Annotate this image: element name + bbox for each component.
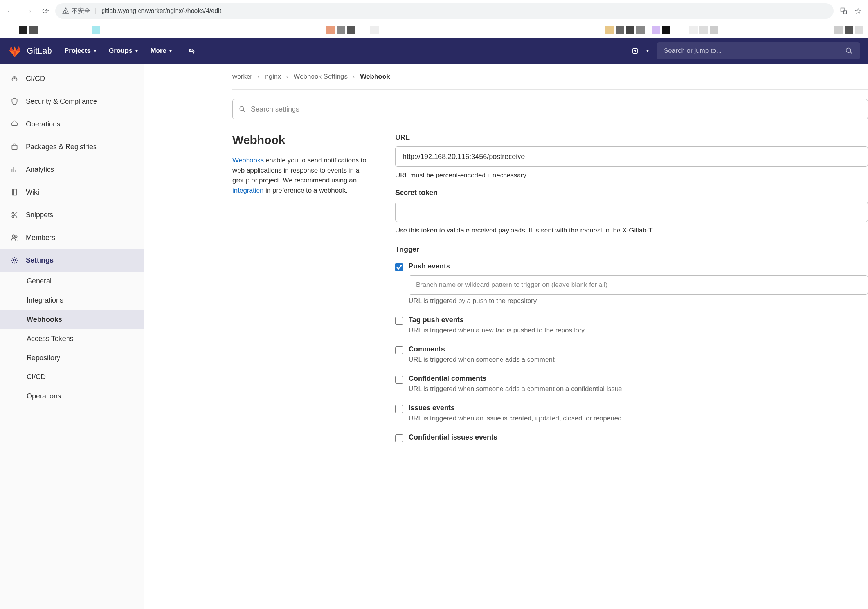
token-help: Use this token to validate received payl… <box>395 227 868 234</box>
nav-projects[interactable]: Projects ▾ <box>65 47 96 55</box>
nav-groups[interactable]: Groups ▾ <box>109 47 138 55</box>
svg-point-7 <box>846 48 851 53</box>
chart-icon <box>10 165 19 174</box>
chevron-down-icon: ▾ <box>169 48 172 54</box>
main-content: worker › nginx › Webhook Settings › Webh… <box>144 64 868 609</box>
svg-line-24 <box>243 110 245 112</box>
package-icon <box>10 142 19 151</box>
cloud-icon <box>10 120 19 128</box>
sidebar-sub-operations[interactable]: Operations <box>0 387 144 406</box>
search-settings <box>232 99 868 119</box>
sidebar-sub-webhooks[interactable]: Webhooks <box>0 310 144 329</box>
chevron-down-icon: ▾ <box>135 48 138 54</box>
chevron-down-icon: ▾ <box>94 48 96 54</box>
svg-point-1 <box>65 12 66 13</box>
book-icon <box>10 188 19 196</box>
header-search[interactable]: Search or jump to... <box>657 42 860 59</box>
search-icon <box>845 47 853 55</box>
nav-more[interactable]: More ▾ <box>150 47 172 55</box>
insecure-label: 不安全 <box>72 7 90 15</box>
search-placeholder: Search or jump to... <box>664 47 841 55</box>
chevron-down-icon[interactable]: ▾ <box>646 48 649 54</box>
tag-push-title: Tag push events <box>409 316 868 324</box>
sidebar: CI/CD Security & Compliance Operations P… <box>0 64 144 609</box>
search-icon <box>239 106 246 113</box>
url-help: URL must be percent-encoded if neccessar… <box>395 171 868 179</box>
sidebar-item-security[interactable]: Security & Compliance <box>0 90 144 113</box>
gitlab-logo[interactable]: GitLab <box>8 44 52 58</box>
sidebar-item-settings[interactable]: Settings <box>0 249 144 272</box>
token-input[interactable] <box>395 202 868 222</box>
comments-desc: URL is triggered when someone adds a com… <box>409 356 868 364</box>
issues-checkbox[interactable] <box>395 405 403 413</box>
issues-desc: URL is triggered when an issue is create… <box>409 414 868 422</box>
address-bar[interactable]: 不安全 | gitlab.wyong.cn/worker/nginx/-/hoo… <box>55 3 834 19</box>
svg-line-8 <box>850 52 852 54</box>
search-settings-input[interactable] <box>232 99 868 119</box>
sidebar-sub-general[interactable]: General <box>0 272 144 291</box>
url-input[interactable] <box>395 146 868 167</box>
chevron-right-icon: › <box>353 74 355 80</box>
svg-point-9 <box>14 77 15 79</box>
breadcrumb-nginx[interactable]: nginx <box>265 73 281 81</box>
chevron-right-icon: › <box>258 74 259 80</box>
sidebar-item-cicd[interactable]: CI/CD <box>0 67 144 90</box>
breadcrumb-current: Webhook <box>360 73 390 81</box>
page-title: Webhook <box>232 133 373 147</box>
sidebar-item-snippets[interactable]: Snippets <box>0 204 144 226</box>
push-events-checkbox[interactable] <box>395 263 403 271</box>
sidebar-item-members[interactable]: Members <box>0 226 144 249</box>
svg-point-20 <box>12 235 15 238</box>
insecure-warning-icon: 不安全 <box>62 7 90 15</box>
trigger-label: Trigger <box>395 245 868 254</box>
gitlab-header: GitLab Projects ▾ Groups ▾ More ▾ ▾ Sear… <box>0 38 868 64</box>
tag-push-checkbox[interactable] <box>395 317 403 325</box>
issues-title: Issues events <box>409 404 868 412</box>
push-events-desc: URL is triggered by a push to the reposi… <box>409 297 868 305</box>
svg-rect-10 <box>12 145 17 150</box>
chevron-right-icon: › <box>286 74 288 80</box>
star-icon[interactable]: ☆ <box>855 6 862 16</box>
plus-icon[interactable] <box>632 47 639 54</box>
conf-comments-checkbox[interactable] <box>395 376 403 384</box>
breadcrumb-webhook-settings[interactable]: Webhook Settings <box>294 73 348 81</box>
wrench-icon[interactable] <box>187 47 195 55</box>
svg-rect-14 <box>12 189 17 195</box>
back-icon[interactable]: ← <box>6 6 15 16</box>
bookmarks-bar <box>0 22 868 38</box>
rocket-icon <box>10 74 19 83</box>
webhook-description: Webhooks enable you to send notification… <box>232 155 373 195</box>
translate-icon[interactable] <box>840 7 848 15</box>
token-label: Secret token <box>395 189 868 197</box>
conf-comments-desc: URL is triggered when someone adds a com… <box>409 385 868 393</box>
comments-title: Comments <box>409 345 868 353</box>
sidebar-item-packages[interactable]: Packages & Registries <box>0 135 144 158</box>
conf-issues-checkbox[interactable] <box>395 434 403 442</box>
push-events-title: Push events <box>409 262 868 270</box>
integration-link[interactable]: integration <box>232 187 263 194</box>
sidebar-item-analytics[interactable]: Analytics <box>0 158 144 181</box>
scissors-icon <box>10 211 19 219</box>
sidebar-sub-integrations[interactable]: Integrations <box>0 291 144 310</box>
sidebar-sub-cicd[interactable]: CI/CD <box>0 368 144 387</box>
conf-comments-title: Confidential comments <box>409 375 868 383</box>
sidebar-item-wiki[interactable]: Wiki <box>0 181 144 204</box>
browser-chrome: ← → ⟳ 不安全 | gitlab.wyong.cn/worker/nginx… <box>0 0 868 22</box>
url-text: gitlab.wyong.cn/worker/nginx/-/hooks/4/e… <box>101 7 221 14</box>
sidebar-item-operations[interactable]: Operations <box>0 113 144 135</box>
webhooks-link[interactable]: Webhooks <box>232 157 264 164</box>
gitlab-brand: GitLab <box>27 46 52 56</box>
url-label: URL <box>395 133 868 142</box>
svg-point-23 <box>240 106 244 111</box>
breadcrumb-worker[interactable]: worker <box>232 73 252 81</box>
sidebar-sub-repository[interactable]: Repository <box>0 348 144 368</box>
svg-point-22 <box>14 259 16 261</box>
gear-icon <box>10 256 19 265</box>
members-icon <box>10 233 19 242</box>
branch-filter-input[interactable] <box>409 275 868 295</box>
forward-icon[interactable]: → <box>24 6 33 16</box>
reload-icon[interactable]: ⟳ <box>42 6 49 16</box>
sidebar-sub-access-tokens[interactable]: Access Tokens <box>0 329 144 348</box>
comments-checkbox[interactable] <box>395 346 403 354</box>
shield-icon <box>10 97 19 106</box>
